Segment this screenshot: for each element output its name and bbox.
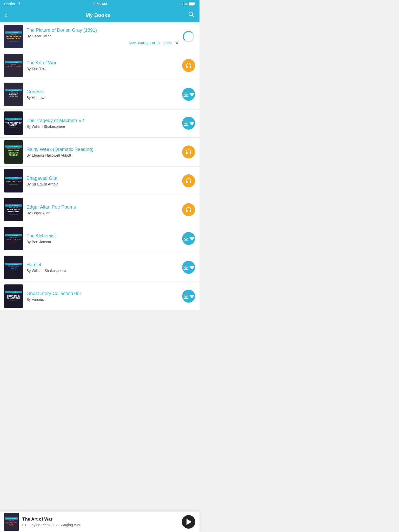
book-author-alchemist: By Ben Jonson bbox=[26, 240, 179, 244]
book-info-alchemist: The AlchemistBy Ben Jonson bbox=[26, 233, 182, 244]
cover-badge: Free Avc eBooks bbox=[5, 204, 22, 207]
book-info-war: The Art of WarBy Sun Tzu bbox=[26, 60, 182, 71]
svg-rect-2 bbox=[189, 2, 194, 5]
headphone-icon[interactable] bbox=[182, 145, 195, 158]
cover-author: Ben Jonson bbox=[10, 237, 17, 238]
book-action-macbeth[interactable] bbox=[182, 116, 195, 130]
battery-icon bbox=[189, 2, 195, 6]
search-button[interactable] bbox=[188, 11, 194, 19]
status-left: Carrier bbox=[4, 2, 22, 6]
cover-title-text: THE PICTURE OF DORIAN GRAY bbox=[5, 36, 22, 40]
book-cover-gita: Free Avc eBooks Sir Edwin Arnold BHAGAVA… bbox=[4, 169, 23, 192]
download-bar: Downloading 1 of 13 - 20.0% ✕ bbox=[26, 40, 179, 46]
book-info-rainy: Rainy Week (Dramatic Reading)By Eleanor … bbox=[26, 147, 182, 157]
headphone-icon[interactable] bbox=[182, 174, 195, 187]
book-item-poe[interactable]: Free Avc eBooks Edgar Allan Poe EDGAR AL… bbox=[0, 195, 200, 224]
book-author-ghost: By Various bbox=[26, 297, 179, 302]
book-item-dorian[interactable]: Free Avc eBooks Oscar Wilde's THE PICTUR… bbox=[0, 22, 200, 51]
cover-badge: Free Avc eBooks bbox=[5, 291, 22, 293]
download-icon[interactable] bbox=[182, 88, 195, 101]
book-title-hamlet: Hamlet bbox=[26, 262, 179, 268]
cover-author: Jay H. Bloomquist bbox=[9, 91, 18, 93]
cover-title-text: HAMLET bbox=[10, 267, 17, 269]
book-title-alchemist: The Alchemist bbox=[26, 233, 179, 239]
book-cover-rainy: Free Avc eBooks Eleanor Hallowell Abbott… bbox=[4, 140, 23, 164]
svg-point-3 bbox=[189, 12, 192, 16]
book-author-dorian: By Oscar Wilde bbox=[26, 34, 179, 38]
book-action-rainy[interactable] bbox=[182, 145, 195, 159]
book-item-macbeth[interactable]: Free Avc eBooks William Shakespeare THE … bbox=[0, 109, 200, 138]
cover-title-text: RAINY WEEK (DRAMATIC READING) bbox=[5, 150, 22, 156]
cover-badge: Free Avc eBooks bbox=[5, 118, 22, 120]
cover-footer: FreeAudioBooks.net bbox=[9, 241, 18, 243]
book-action-hamlet[interactable] bbox=[182, 261, 195, 274]
cover-footer: FreeAudioBooks.net bbox=[9, 98, 18, 99]
cover-author: Various bbox=[12, 293, 16, 295]
book-item-gita[interactable]: Free Avc eBooks Sir Edwin Arnold BHAGAVA… bbox=[0, 167, 200, 195]
download-icon[interactable] bbox=[182, 232, 195, 245]
cover-badge: Free Avc eBooks bbox=[5, 234, 22, 236]
headphone-icon[interactable] bbox=[182, 59, 195, 72]
book-cover-genesis: Free Avc eBooks Jay H. Bloomquist BOOK O… bbox=[4, 83, 23, 106]
book-title-macbeth: The Tragedy of Macbeth V2 bbox=[26, 118, 179, 123]
cover-footer: FreeAudioBooks.net bbox=[9, 157, 18, 158]
book-info-poe: Edgar Allan Poe PoemsBy Edgar Allan bbox=[26, 204, 182, 215]
book-action-ghost[interactable] bbox=[182, 289, 195, 303]
svg-line-4 bbox=[192, 15, 194, 17]
book-author-hamlet: By William Shakespeare bbox=[26, 269, 179, 273]
book-title-gita: Bhagavad Gita bbox=[26, 176, 179, 181]
book-title-war: The Art of War bbox=[26, 60, 179, 66]
cover-footer: FreeAudioBooks.net bbox=[9, 184, 18, 185]
cover-author: Oscar Wilde's bbox=[10, 34, 17, 35]
cover-author: William Shakespeare bbox=[8, 120, 19, 122]
book-info-dorian: The Picture of Dorian Gray (1891)By Osca… bbox=[26, 28, 182, 46]
page-title: My Books bbox=[85, 12, 110, 18]
book-action-war[interactable] bbox=[182, 59, 195, 72]
status-time: 9:56 AM bbox=[93, 2, 107, 6]
book-item-war[interactable]: Free Avc eBooks Sun Tzu THE ART OF WAR F… bbox=[0, 51, 200, 80]
battery-label: 100% bbox=[179, 2, 188, 6]
cover-title-text: EDGAR ALLAN POE POEMS bbox=[5, 209, 22, 213]
book-action-dorian[interactable] bbox=[182, 30, 195, 43]
cover-author: William Shakespeare bbox=[8, 265, 19, 267]
cover-badge: Free Avc eBooks bbox=[5, 263, 22, 265]
book-title-rainy: Rainy Week (Dramatic Reading) bbox=[26, 147, 179, 152]
cover-title-text: BHAGAVAD GITA bbox=[6, 181, 21, 183]
book-info-macbeth: The Tragedy of Macbeth V2By Wiliam Shake… bbox=[26, 118, 182, 129]
cover-author: Sir Edwin Arnold bbox=[9, 179, 18, 180]
book-info-gita: Bhagavad GitaBy Sir Edwin Arnold bbox=[26, 176, 182, 186]
book-item-hamlet[interactable]: Free Avc eBooks William Shakespeare HAML… bbox=[0, 253, 200, 282]
spinner-icon bbox=[182, 30, 195, 43]
status-right: 100% bbox=[179, 2, 195, 6]
book-item-genesis[interactable]: Free Avc eBooks Jay H. Bloomquist BOOK O… bbox=[0, 80, 200, 109]
cover-footer: FreeAudioBooks.net bbox=[9, 270, 18, 271]
book-item-rainy[interactable]: Free Avc eBooks Eleanor Hallowell Abbott… bbox=[0, 138, 200, 167]
cover-footer: FreeAudioBooks.net bbox=[9, 127, 18, 128]
book-action-alchemist[interactable] bbox=[182, 232, 195, 245]
book-author-war: By Sun Tzu bbox=[26, 67, 179, 71]
download-icon[interactable] bbox=[182, 117, 195, 130]
book-action-gita[interactable] bbox=[182, 174, 195, 188]
book-item-ghost[interactable]: Free Avc eBooks Various GHOST STORY COLL… bbox=[0, 282, 200, 311]
download-icon[interactable] bbox=[182, 290, 195, 303]
book-title-poe: Edgar Allan Poe Poems bbox=[26, 204, 179, 210]
book-cover-ghost: Free Avc eBooks Various GHOST STORY COLL… bbox=[4, 284, 23, 308]
headphone-icon[interactable] bbox=[182, 203, 195, 216]
book-list: Free Avc eBooks Oscar Wilde's THE PICTUR… bbox=[0, 22, 200, 311]
cover-footer: FreeAudioBooks.net bbox=[9, 68, 18, 70]
cover-author: Eleanor Hallowell Abbott bbox=[7, 148, 20, 149]
cover-badge: Free Avc eBooks bbox=[5, 31, 22, 34]
book-info-hamlet: HamletBy William Shakespeare bbox=[26, 262, 182, 273]
back-button[interactable]: ‹ bbox=[5, 11, 8, 19]
book-title-dorian: The Picture of Dorian Gray (1891) bbox=[26, 28, 179, 33]
cover-author: Sun Tzu bbox=[11, 64, 16, 65]
downloading-text: Downloading 1 of 13 - 20.0% bbox=[129, 41, 172, 45]
wifi-icon bbox=[17, 2, 22, 6]
book-action-genesis[interactable] bbox=[182, 88, 195, 101]
download-icon[interactable] bbox=[182, 261, 195, 274]
book-action-poe[interactable] bbox=[182, 203, 195, 216]
book-item-alchemist[interactable]: Free Avc eBooks Ben Jonson THE ALCHEMIST… bbox=[0, 224, 200, 253]
cancel-button[interactable]: ✕ bbox=[175, 40, 179, 46]
book-cover-war: Free Avc eBooks Sun Tzu THE ART OF WAR F… bbox=[4, 54, 23, 77]
book-author-genesis: By Hebrew bbox=[26, 96, 179, 100]
